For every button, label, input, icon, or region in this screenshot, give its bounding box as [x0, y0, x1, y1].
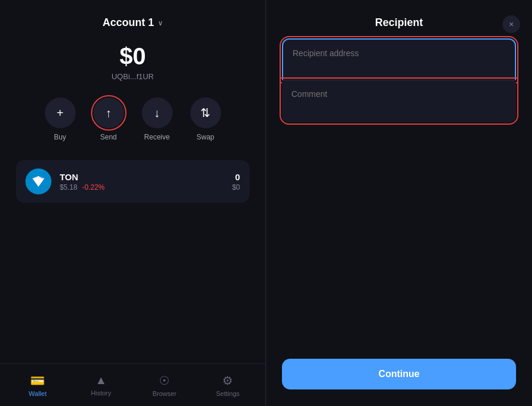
nav-settings[interactable]: ⚙ Settings — [196, 373, 259, 397]
nav-browser-label: Browser — [153, 390, 176, 397]
token-change: -0.22% — [82, 183, 105, 191]
recipient-panel: Recipient × Continue — [266, 0, 532, 406]
receive-action[interactable]: ↓ Receive — [142, 98, 173, 141]
history-nav-icon: ▲ — [95, 373, 107, 387]
swap-label: Swap — [196, 133, 214, 141]
bottom-nav: 💳 Wallet ▲ History ☉ Browser ⚙ Settings — [0, 363, 265, 406]
comment-wrapper[interactable] — [282, 80, 516, 122]
nav-wallet[interactable]: 💳 Wallet — [6, 373, 69, 397]
token-list: TON $5.18 -0.22% 0 $0 — [16, 160, 249, 203]
settings-nav-icon: ⚙ — [222, 373, 233, 388]
svg-marker-0 — [33, 176, 44, 187]
nav-settings-label: Settings — [216, 390, 240, 397]
balance-amount: $0 — [119, 43, 146, 70]
comment-input[interactable] — [291, 89, 507, 99]
swap-button[interactable]: ⇅ — [190, 98, 221, 128]
wallet-nav-icon: 💳 — [30, 373, 45, 388]
token-value: $0 — [232, 183, 240, 191]
token-price-row: $5.18 -0.22% — [60, 183, 224, 191]
nav-history[interactable]: ▲ History — [69, 373, 132, 397]
buy-action[interactable]: + Buy — [45, 98, 76, 141]
wallet-address: UQBi...f1UR — [112, 72, 154, 81]
token-amount: 0 — [235, 172, 240, 182]
token-name: TON — [60, 172, 224, 182]
close-button[interactable]: × — [502, 15, 520, 33]
account-header[interactable]: Account 1 ∨ — [102, 0, 163, 35]
token-balance: 0 $0 — [232, 172, 240, 191]
buy-label: Buy — [54, 133, 66, 141]
balance-section: $0 UQBi...f1UR — [112, 43, 154, 81]
token-price: $5.18 — [60, 183, 77, 191]
receive-button[interactable]: ↓ — [142, 98, 173, 128]
swap-action[interactable]: ⇅ Swap — [190, 98, 221, 141]
chevron-down-icon: ∨ — [158, 19, 163, 27]
browser-nav-icon: ☉ — [159, 373, 170, 388]
send-button[interactable]: ↑ — [93, 98, 124, 128]
nav-wallet-label: Wallet — [29, 390, 47, 397]
input-section — [282, 38, 516, 122]
modal-title: Recipient — [375, 17, 423, 29]
receive-label: Receive — [144, 133, 170, 141]
modal-header: Recipient × — [266, 0, 532, 38]
send-action[interactable]: ↑ Send — [93, 98, 124, 141]
send-label: Send — [100, 133, 116, 141]
buy-button[interactable]: + — [45, 98, 76, 128]
account-title: Account 1 — [102, 17, 154, 29]
wallet-panel: Account 1 ∨ $0 UQBi...f1UR + Buy ↑ Send … — [0, 0, 266, 406]
actions-row: + Buy ↑ Send ↓ Receive ⇅ Swap — [45, 98, 221, 141]
table-row[interactable]: TON $5.18 -0.22% 0 $0 — [16, 160, 249, 203]
recipient-input-wrapper[interactable] — [282, 38, 516, 81]
token-info: TON $5.18 -0.22% — [60, 172, 224, 191]
nav-browser[interactable]: ☉ Browser — [133, 373, 196, 397]
nav-history-label: History — [91, 389, 111, 397]
ton-icon — [25, 168, 51, 194]
recipient-address-input[interactable] — [293, 48, 505, 58]
continue-button[interactable]: Continue — [282, 359, 516, 389]
